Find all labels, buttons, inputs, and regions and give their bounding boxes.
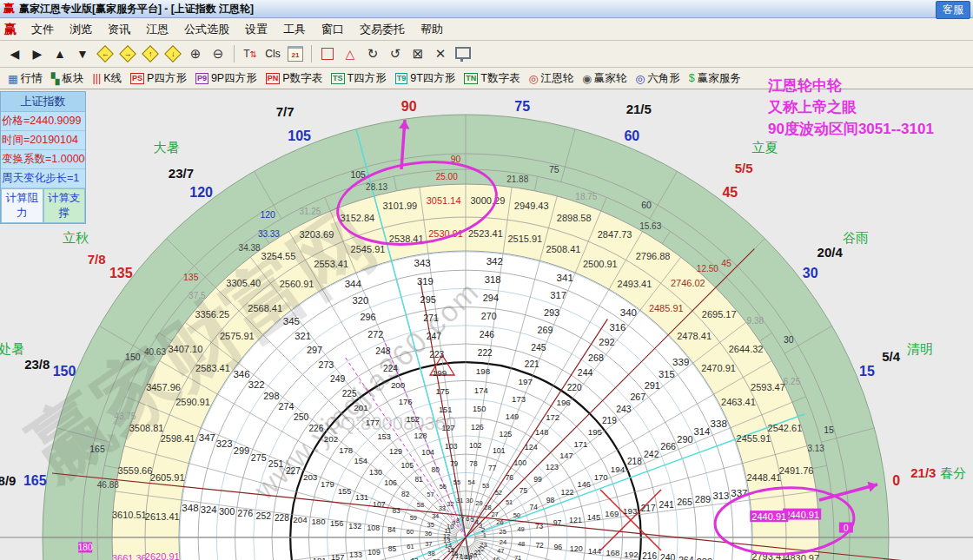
- customer-service-button[interactable]: 客服: [936, 1, 970, 19]
- view-button-T四方形[interactable]: TST四方形: [331, 71, 387, 86]
- svg-text:2583.41: 2583.41: [195, 363, 230, 373]
- blocks-icon: ▚: [51, 72, 60, 85]
- svg-text:175: 175: [435, 386, 449, 396]
- svg-text:297: 297: [307, 345, 322, 355]
- svg-text:21/3: 21/3: [910, 465, 936, 480]
- svg-text:3: 3: [479, 522, 482, 530]
- presentation-button[interactable]: [453, 43, 473, 64]
- svg-text:288: 288: [697, 557, 712, 560]
- draw-square-button[interactable]: [317, 43, 338, 64]
- calc-support-button[interactable]: 计算支撑: [43, 188, 86, 223]
- svg-text:154: 154: [354, 457, 367, 465]
- shift-left-button[interactable]: ←: [95, 43, 116, 64]
- svg-text:2898.58: 2898.58: [557, 213, 592, 223]
- svg-text:240: 240: [660, 553, 676, 560]
- menu-0[interactable]: 文件: [23, 20, 62, 38]
- sort-button[interactable]: T⇅: [240, 43, 261, 64]
- red-triangle-icon: △: [346, 47, 355, 61]
- svg-text:135: 135: [109, 266, 133, 280]
- svg-text:180: 180: [312, 517, 326, 526]
- svg-text:82: 82: [401, 490, 410, 498]
- menu-2[interactable]: 资讯: [100, 20, 138, 38]
- menu-3[interactable]: 江恩: [138, 20, 176, 38]
- toolbar-main: ◀ ▶ ▲ ▼ ← → ↑ ↓ ⊕ ⊖ T⇅ Cls 21 △ ↻ ↺ ⊠ ✕: [0, 41, 973, 68]
- view-button-行情[interactable]: ▦行情: [8, 71, 43, 86]
- svg-text:30: 30: [784, 334, 794, 345]
- svg-text:169: 169: [605, 509, 619, 518]
- fit-view-button[interactable]: ✕: [430, 43, 451, 64]
- rotate-cw-button[interactable]: ↻: [362, 43, 383, 64]
- menu-5[interactable]: 设置: [237, 20, 275, 38]
- svg-text:2470.91: 2470.91: [701, 363, 736, 373]
- svg-text:133: 133: [349, 550, 362, 559]
- svg-text:321: 321: [295, 331, 311, 341]
- view-button-K线[interactable]: |||K线: [92, 71, 122, 86]
- svg-text:241: 241: [659, 500, 674, 510]
- cls-button[interactable]: Cls: [262, 43, 283, 64]
- svg-text:220: 220: [567, 383, 582, 392]
- svg-text:60: 60: [641, 200, 652, 210]
- svg-text:20/4: 20/4: [817, 245, 844, 260]
- menu-7[interactable]: 窗口: [314, 20, 352, 38]
- svg-text:96: 96: [553, 543, 562, 551]
- page-down-button[interactable]: ▼: [72, 43, 93, 64]
- svg-text:2605.91: 2605.91: [150, 472, 185, 483]
- pn-badge: PN: [266, 73, 281, 84]
- title-bar: 赢 赢家江恩专业版[赢家服务平台] - [上证指数 江恩轮] 客服: [0, 0, 973, 18]
- zoom-out-icon: ⊖: [213, 46, 224, 62]
- svg-text:3356.25: 3356.25: [195, 309, 229, 320]
- svg-text:33: 33: [439, 504, 446, 512]
- view-label: 赢家轮: [594, 71, 627, 86]
- svg-text:3661.36: 3661.36: [112, 553, 147, 560]
- svg-text:2796.88: 2796.88: [636, 251, 671, 261]
- winner-wheel-icon: ◉: [582, 72, 592, 85]
- menu-9[interactable]: 帮助: [413, 20, 451, 38]
- zoom-in-button[interactable]: ⊕: [185, 43, 206, 64]
- zoom-out-button[interactable]: ⊖: [208, 43, 228, 64]
- rotate-ccw-button[interactable]: ↺: [385, 43, 406, 64]
- svg-text:343: 343: [414, 258, 430, 268]
- page-right-button[interactable]: ▶: [27, 43, 48, 64]
- view-button-赢家轮[interactable]: ◉赢家轮: [582, 71, 626, 86]
- view-button-9T四方形[interactable]: T99T四方形: [395, 71, 456, 86]
- view-button-P数字表[interactable]: PNP数字表: [266, 71, 322, 86]
- svg-text:46: 46: [493, 556, 500, 560]
- svg-text:347: 347: [199, 432, 215, 443]
- svg-text:2613.41: 2613.41: [145, 511, 180, 522]
- shift-up-button[interactable]: ↑: [140, 43, 161, 64]
- view-button-板块[interactable]: ▚板块: [51, 71, 84, 86]
- svg-text:2568.41: 2568.41: [248, 303, 282, 313]
- svg-text:228: 228: [275, 513, 289, 523]
- svg-text:173: 173: [512, 394, 526, 404]
- view-button-江恩轮[interactable]: ◎江恩轮: [528, 71, 573, 86]
- view-button-T数字表[interactable]: TNT数字表: [464, 71, 520, 86]
- svg-text:174: 174: [474, 385, 489, 395]
- shift-down-button[interactable]: ↓: [162, 43, 183, 64]
- menu-1[interactable]: 浏览: [62, 20, 100, 38]
- svg-text:2560.91: 2560.91: [280, 279, 314, 289]
- svg-text:275: 275: [251, 452, 267, 463]
- zoom-in-icon: ⊕: [190, 46, 202, 62]
- view-button-9P四方形[interactable]: P99P四方形: [195, 71, 257, 86]
- view-button-P四方形[interactable]: PSP四方形: [130, 71, 187, 86]
- menu-4[interactable]: 公式选股: [176, 20, 237, 38]
- view-button-赢家服务[interactable]: $赢家服务: [689, 71, 741, 86]
- shift-right-button[interactable]: →: [117, 43, 138, 64]
- page-left-button[interactable]: ◀: [4, 43, 25, 64]
- svg-text:2847.73: 2847.73: [598, 229, 632, 240]
- svg-text:4: 4: [475, 518, 479, 526]
- svg-text:196: 196: [556, 398, 571, 407]
- svg-text:32: 32: [447, 500, 453, 508]
- svg-text:49: 49: [517, 525, 524, 533]
- svg-text:289: 289: [695, 494, 711, 504]
- draw-triangle-button[interactable]: △: [340, 43, 361, 64]
- menu-8[interactable]: 交易委托: [352, 20, 413, 38]
- menu-6[interactable]: 工具: [275, 20, 314, 38]
- maximize-view-button[interactable]: ⊠: [407, 43, 428, 64]
- view-button-六角形[interactable]: ◎六角形: [635, 71, 679, 86]
- calendar-button[interactable]: 21: [285, 43, 306, 64]
- calc-resistance-button[interactable]: 计算阻力: [1, 188, 43, 223]
- gann-wheel[interactable]: 赢家财富网www.yingjia360.comQQ:80008036012345…: [0, 89, 973, 560]
- toolbar-separator: [311, 45, 312, 63]
- page-up-button[interactable]: ▲: [50, 43, 70, 64]
